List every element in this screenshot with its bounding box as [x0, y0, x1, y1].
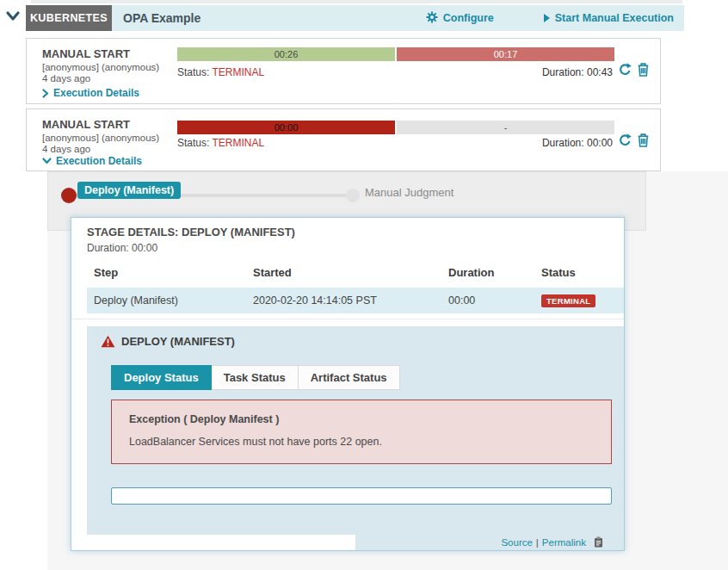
- trigger-user: [anonymous] (anonymous): [42, 133, 159, 143]
- column-started: Started: [253, 266, 292, 279]
- chevron-right-icon: [42, 89, 49, 98]
- execution-status: Status: TERMINAL: [177, 66, 264, 78]
- exception-message: LoadBalancer Services must not have port…: [129, 436, 382, 448]
- stage-duration-bars: 00:00 -: [177, 121, 614, 134]
- stage-bar-failed[interactable]: 00:17: [397, 47, 614, 61]
- table-divider: [71, 319, 624, 319]
- collapse-group-chevron-icon[interactable]: [5, 10, 21, 22]
- tab-deploy-status[interactable]: Deploy Status: [111, 365, 212, 390]
- execution-details-link[interactable]: Execution Details: [42, 155, 142, 167]
- table-row[interactable]: Deploy (Manifest) 2020-02-20 14:14:05 PS…: [87, 288, 624, 313]
- execution-details-link[interactable]: Execution Details: [42, 87, 139, 99]
- stage-details-title: STAGE DETAILS: DEPLOY (MANIFEST): [87, 226, 295, 239]
- cell-duration: 00:00: [448, 288, 475, 313]
- stage-details-footer: Source | Permalink: [355, 535, 624, 550]
- section-title: DEPLOY (MANIFEST): [121, 335, 235, 348]
- exception-title: Exception ( Deploy Manifest ): [129, 413, 279, 425]
- steps-table-header: Step Started Duration Status: [87, 266, 624, 283]
- permalink-link[interactable]: Permalink: [542, 537, 586, 548]
- execution-card: MANUAL START [anonymous] (anonymous) 4 d…: [26, 38, 661, 104]
- stage-label-deploy-manifest[interactable]: Deploy (Manifest): [77, 182, 181, 199]
- stage-bar-succeeded[interactable]: 00:26: [177, 47, 395, 61]
- cell-step: Deploy (Manifest): [94, 288, 178, 313]
- trigger-type: MANUAL START: [42, 118, 130, 131]
- pipeline-header: KUBERNETES OPA Example Configure Start M…: [26, 5, 684, 31]
- play-icon: [544, 14, 550, 22]
- start-manual-execution-button[interactable]: Start Manual Execution: [544, 12, 674, 24]
- trigger-type: MANUAL START: [42, 47, 130, 60]
- chevron-down-icon: [42, 158, 52, 164]
- tab-task-status[interactable]: Task Status: [212, 365, 299, 390]
- status-value: TERMINAL: [212, 137, 264, 149]
- rerun-execution-icon[interactable]: [618, 133, 632, 151]
- execution-duration: Duration: 00:43: [542, 66, 613, 78]
- stage-node-failed[interactable]: [61, 188, 77, 203]
- column-duration: Duration: [448, 266, 494, 279]
- status-tabs: Deploy Status Task Status Artifact Statu…: [111, 365, 400, 390]
- status-badge: TERMINAL: [541, 294, 595, 307]
- start-manual-execution-label: Start Manual Execution: [555, 12, 674, 24]
- stage-bar-terminal[interactable]: 00:00: [177, 121, 395, 134]
- stage-node-inactive[interactable]: [346, 189, 360, 202]
- trigger-time-ago: 4 days ago: [42, 73, 90, 84]
- source-link[interactable]: Source: [501, 537, 532, 548]
- previous-group-edge: [31, 0, 682, 3]
- delete-execution-icon[interactable]: [637, 62, 650, 80]
- stage-label-manual-judgment[interactable]: Manual Judgment: [365, 186, 453, 199]
- stage-duration-bars: 00:26 00:17: [177, 47, 614, 61]
- configure-label: Configure: [443, 12, 494, 24]
- column-status: Status: [541, 266, 576, 279]
- rerun-execution-icon[interactable]: [618, 63, 632, 80]
- judgment-input[interactable]: [111, 487, 612, 505]
- stage-details-panel: STAGE DETAILS: DEPLOY (MANIFEST) Duratio…: [71, 217, 625, 551]
- execution-card: MANUAL START [anonymous] (anonymous) 4 d…: [26, 108, 661, 171]
- account-badge[interactable]: KUBERNETES: [26, 5, 112, 31]
- clipboard-icon[interactable]: [594, 536, 603, 549]
- section-header: DEPLOY (MANIFEST): [101, 335, 235, 348]
- delete-execution-icon[interactable]: [637, 133, 650, 151]
- execution-duration: Duration: 00:00: [542, 137, 613, 149]
- column-step: Step: [94, 266, 118, 279]
- stage-details-duration: Duration: 00:00: [87, 242, 157, 254]
- deploy-manifest-section: DEPLOY (MANIFEST) Deploy Status Task Sta…: [87, 326, 624, 535]
- execution-status: Status: TERMINAL: [177, 137, 264, 149]
- gear-icon: [426, 11, 438, 26]
- pipeline-title: OPA Example: [123, 11, 201, 25]
- cell-started: 2020-02-20 14:14:05 PST: [253, 288, 377, 313]
- trigger-time-ago: 4 days ago: [42, 144, 90, 154]
- link-separator: |: [536, 537, 539, 548]
- configure-button[interactable]: Configure: [426, 11, 494, 26]
- stage-bar-not-started[interactable]: -: [397, 121, 614, 134]
- status-value: TERMINAL: [212, 66, 264, 78]
- exception-alert: Exception ( Deploy Manifest ) LoadBalanc…: [111, 400, 612, 464]
- tab-artifact-status[interactable]: Artifact Status: [299, 365, 400, 390]
- warning-triangle-icon: [101, 335, 115, 348]
- trigger-user: [anonymous] (anonymous): [42, 62, 159, 72]
